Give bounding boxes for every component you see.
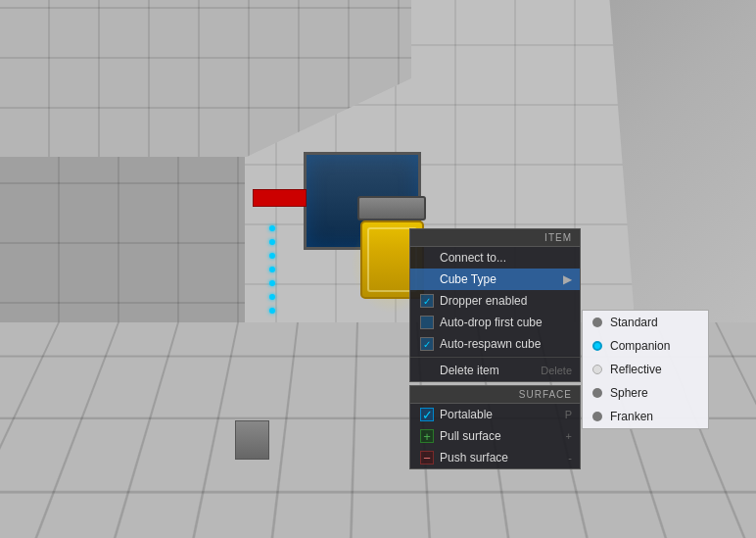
cube-type-companion[interactable]: Companion — [583, 334, 708, 358]
dropper-top — [357, 196, 426, 220]
auto-respawn-checkbox[interactable] — [420, 337, 434, 351]
dropper-enabled-checkbox[interactable] — [420, 294, 434, 308]
red-sign — [253, 189, 307, 207]
surface-menu-header: SURFACE — [410, 386, 580, 404]
push-shortcut: - — [568, 452, 572, 464]
pull-surface-icon: + — [420, 429, 434, 443]
connect-to-label: Connect to... — [440, 251, 506, 265]
small-box — [235, 420, 269, 460]
blue-dots — [269, 225, 275, 314]
franken-label: Franken — [610, 410, 653, 423]
standard-label: Standard — [610, 316, 658, 329]
delete-label: Delete item — [440, 364, 499, 377]
blue-dot — [269, 308, 275, 314]
cube-type-label: Cube Type — [440, 272, 496, 286]
game-viewport — [0, 0, 756, 538]
cube-type-submenu: Standard Companion Reflective Sphere Fra… — [582, 310, 709, 429]
blue-dot — [269, 225, 275, 231]
submenu-arrow-icon: ▶ — [563, 272, 572, 286]
companion-dot-icon — [592, 341, 602, 351]
auto-respawn-label: Auto-respawn cube — [440, 337, 541, 351]
dropper-enabled-item[interactable]: Dropper enabled — [410, 290, 580, 312]
push-surface-icon: − — [420, 451, 434, 465]
push-surface-label: Push surface — [440, 451, 508, 465]
dropper-enabled-label: Dropper enabled — [440, 294, 527, 308]
blue-dot — [269, 280, 275, 286]
auto-drop-label: Auto-drop first cube — [440, 316, 543, 329]
standard-dot-icon — [592, 318, 602, 327]
auto-respawn-item[interactable]: Auto-respawn cube — [410, 333, 580, 355]
surface-context-menu: SURFACE ✓ Portalable P + Pull surface + … — [409, 385, 581, 469]
pull-surface-label: Pull surface — [440, 429, 501, 443]
item-context-menu: ITEM Connect to... Cube Type ▶ Standard … — [409, 228, 581, 382]
blue-dot — [269, 267, 275, 272]
push-surface-item[interactable]: − Push surface - — [410, 447, 580, 468]
portalable-label: Portalable — [440, 408, 493, 421]
pull-surface-item[interactable]: + Pull surface + — [410, 425, 580, 447]
sphere-dot-icon — [592, 388, 602, 398]
cube-type-standard[interactable]: Standard — [583, 311, 708, 334]
item-menu-header: ITEM — [410, 229, 580, 247]
portalable-item[interactable]: ✓ Portalable P — [410, 404, 580, 425]
delete-item[interactable]: Delete item Delete — [410, 360, 580, 381]
portalable-shortcut: P — [565, 409, 572, 420]
cube-type-sphere[interactable]: Sphere — [583, 381, 708, 405]
cube-type-franken[interactable]: Franken — [583, 405, 708, 428]
blue-dot — [269, 294, 275, 300]
companion-label: Companion — [610, 339, 670, 353]
sphere-label: Sphere — [610, 386, 648, 400]
blue-dot — [269, 239, 275, 245]
connect-to-item[interactable]: Connect to... — [410, 247, 580, 269]
reflective-dot-icon — [592, 365, 602, 374]
cube-type-reflective[interactable]: Reflective — [583, 358, 708, 381]
delete-shortcut: Delete — [541, 365, 572, 376]
portalable-check-icon: ✓ — [420, 408, 434, 421]
pull-shortcut: + — [566, 430, 572, 442]
auto-drop-item[interactable]: Auto-drop first cube — [410, 312, 580, 333]
blue-dot — [269, 253, 275, 259]
auto-drop-checkbox[interactable] — [420, 316, 434, 329]
reflective-label: Reflective — [610, 363, 662, 376]
cube-type-item[interactable]: Cube Type ▶ Standard Companion Reflectiv… — [410, 269, 580, 290]
franken-dot-icon — [592, 412, 602, 421]
menu-separator — [410, 357, 580, 358]
